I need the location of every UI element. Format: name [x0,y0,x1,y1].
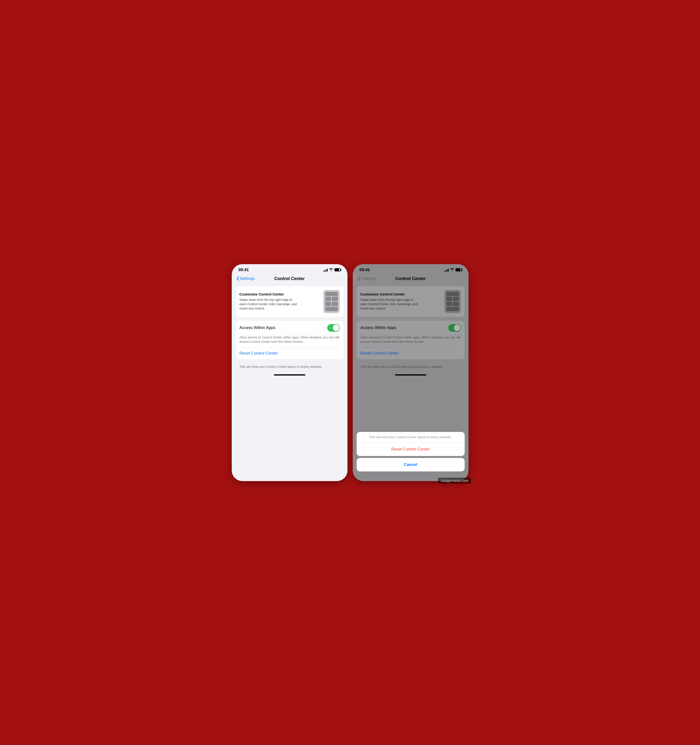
customize-card-left: Customize Control Center Swipe down from… [235,286,343,317]
reset-desc-left: This will reset your Control Center layo… [235,363,343,368]
reset-link-left[interactable]: Reset Control Center [240,351,278,356]
status-bar-left: 09:41 [232,264,348,274]
status-icons-left [323,268,341,272]
home-indicator-left [274,374,305,375]
action-sheet-group: This will reset your Control Center layo… [357,432,465,456]
right-phone: 09:41 [353,264,469,481]
nav-title-left: Control Center [274,276,305,281]
action-sheet-cancel-group: Cancel [357,458,465,471]
time-left: 09:41 [238,268,249,272]
action-sheet-reset-button[interactable]: Reset Control Center [357,443,465,456]
nav-back-label-left: Settings [240,276,255,281]
toggle-switch-left[interactable] [327,324,340,332]
wifi-icon-left [329,268,333,272]
content-area-left: Customize Control Center Swipe down from… [232,284,348,371]
nav-bar-left: Settings Control Center [232,274,348,284]
left-phone: 09:41 [232,264,348,481]
customize-title-left: Customize Control Center [240,292,297,296]
toggle-desc-left: Allow access to Control Center within ap… [235,335,343,347]
nav-back-left[interactable]: Settings [237,276,255,281]
action-sheet-cancel-button[interactable]: Cancel [357,458,465,471]
access-card-left: Access Within Apps Allow access to Contr… [235,321,343,359]
customize-text-left: Customize Control Center Swipe down from… [240,292,297,311]
toggle-row-left: Access Within Apps [235,321,343,335]
phone-preview-left [323,290,340,313]
action-sheet: This will reset your Control Center layo… [357,432,465,471]
toggle-label-left: Access Within Apps [240,325,275,330]
battery-icon-left [334,268,341,271]
reset-row-left[interactable]: Reset Control Center [235,347,343,359]
action-sheet-desc: This will reset your Control Center layo… [357,432,465,443]
customize-desc-left: Swipe down from the top-right edge to op… [240,298,297,311]
signal-icon-left [323,268,328,272]
